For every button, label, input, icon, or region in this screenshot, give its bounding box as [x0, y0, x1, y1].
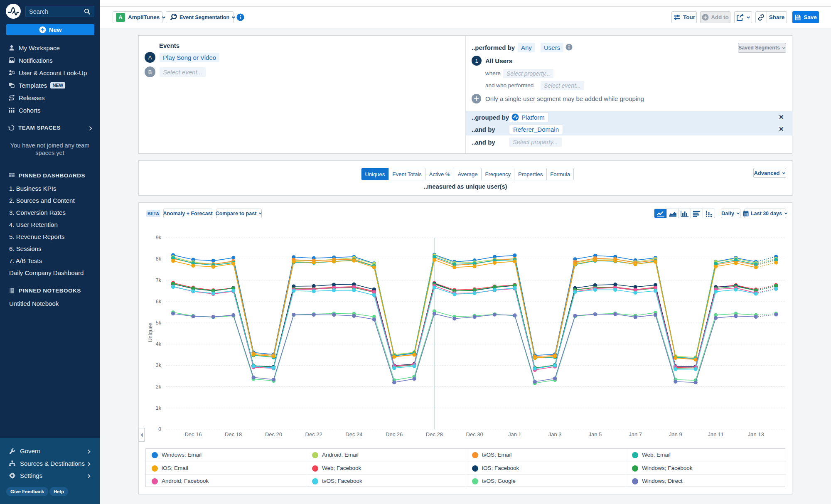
svg-text:Dec 20: Dec 20 [265, 431, 282, 438]
svg-text:Jan 11: Jan 11 [708, 431, 724, 438]
svg-text:0: 0 [158, 426, 161, 432]
svg-text:Uniques: Uniques [147, 322, 153, 342]
svg-text:4k: 4k [156, 341, 162, 347]
svg-text:Dec 22: Dec 22 [305, 431, 322, 438]
svg-text:6k: 6k [156, 299, 162, 305]
svg-text:Dec 30: Dec 30 [466, 431, 483, 438]
svg-text:Jan 5: Jan 5 [588, 431, 602, 438]
svg-text:1k: 1k [156, 405, 162, 411]
svg-text:9k: 9k [156, 235, 162, 241]
svg-text:Jan 13: Jan 13 [748, 431, 764, 438]
svg-text:8k: 8k [156, 256, 162, 262]
svg-text:Jan 7: Jan 7 [629, 431, 642, 438]
svg-text:Jan 1: Jan 1 [508, 431, 521, 438]
svg-text:Dec 16: Dec 16 [184, 431, 202, 438]
svg-text:Jan 3: Jan 3 [548, 431, 562, 438]
svg-text:Jan 9: Jan 9 [669, 431, 682, 438]
svg-text:5k: 5k [156, 320, 162, 326]
svg-text:3k: 3k [156, 362, 162, 368]
svg-text:Dec 18: Dec 18 [225, 431, 242, 438]
svg-text:7k: 7k [156, 278, 162, 283]
svg-text:Dec 28: Dec 28 [426, 431, 443, 438]
svg-text:Dec 24: Dec 24 [345, 431, 362, 438]
svg-text:Dec 26: Dec 26 [386, 431, 403, 438]
svg-text:2k: 2k [156, 384, 162, 390]
